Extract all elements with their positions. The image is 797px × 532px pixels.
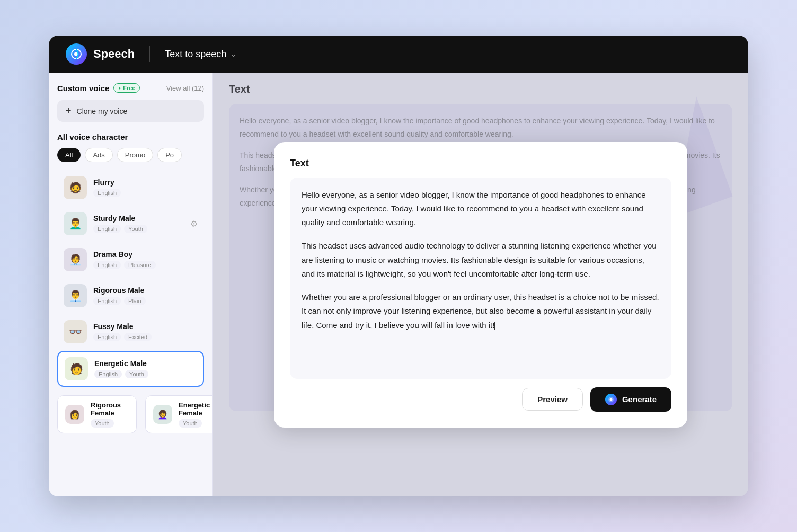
settings-icon[interactable]: ⚙ [190, 219, 198, 229]
right-panel: Text Hello everyone, as a senior video b… [213, 73, 748, 496]
voice-tags-fussy: English Excited [93, 333, 198, 341]
logo-area: Speech [66, 43, 135, 65]
all-voice-title: All voice character [57, 132, 204, 141]
voice-avatar-drama: 🧑‍💼 [64, 248, 87, 271]
voice-info-rigorous-m: Rigorous Male English Plain [93, 286, 198, 305]
voice-item-rigorous-female[interactable]: 👩 Rigorous Female Youth [57, 395, 137, 433]
voice-avatar-sturdy: 👨‍🦱 [64, 212, 87, 235]
voice-tag: Youth [125, 370, 148, 378]
voice-name-energetic-m: Energetic Male [94, 359, 197, 368]
voice-info-sturdy: Sturdy Male English Youth [93, 214, 184, 233]
app-logo-icon [66, 43, 87, 65]
voice-tag: English [93, 225, 121, 233]
modal-actions: Preview Generate [290, 387, 671, 412]
voice-name-rigorous-f: Rigorous Female [91, 401, 129, 417]
voice-info-flurry: Flurry English [93, 178, 198, 197]
voice-item-energetic-male[interactable]: 🧑 Energetic Male English Youth [57, 351, 204, 387]
header-divider [149, 46, 150, 62]
modal-text-area[interactable]: Hello everyone, as a senior video blogge… [290, 178, 671, 379]
filter-tags: All Ads Promo Po [57, 148, 204, 162]
voice-item-energetic-female[interactable]: 👩‍🦱 Energetic Female Youth [145, 395, 213, 433]
header-menu-label: Text to speech [165, 49, 226, 60]
voice-name-rigorous-m: Rigorous Male [93, 286, 198, 295]
modal-paragraph-3: Whether you are a professional blogger o… [302, 290, 660, 332]
plus-icon: + [66, 105, 72, 117]
modal-overlay: Text Hello everyone, as a senior video b… [213, 73, 748, 496]
voice-item-sturdy-male[interactable]: 👨‍🦱 Sturdy Male English Youth ⚙ [57, 207, 204, 241]
voice-tags-energetic-m: English Youth [94, 370, 197, 378]
voice-tag: English [93, 261, 121, 269]
voice-tag: Youth [124, 225, 147, 233]
voice-item-flurry[interactable]: 🧔 Flurry English [57, 171, 204, 205]
filter-ads[interactable]: Ads [85, 148, 112, 162]
main-content: Custom voice Free View all (12) + Clone … [49, 73, 748, 496]
voice-info-energetic-m: Energetic Male English Youth [94, 359, 197, 378]
voice-tag: Youth [91, 419, 114, 428]
free-badge: Free [113, 83, 140, 93]
voice-name-energetic-f: Energetic Female [179, 401, 213, 417]
voice-avatar-rigorous-f: 👩 [65, 405, 84, 424]
generate-button[interactable]: Generate [590, 387, 671, 412]
voice-avatar-energetic-m: 🧑 [65, 357, 88, 380]
voice-tag: Plain [124, 297, 145, 305]
view-all-link[interactable]: View all (12) [166, 84, 204, 92]
voice-info-drama: Drama Boy English Pleasure [93, 250, 198, 269]
filter-po[interactable]: Po [157, 148, 182, 162]
chevron-down-icon: ⌄ [231, 50, 237, 58]
sidebar: Custom voice Free View all (12) + Clone … [49, 73, 213, 496]
voice-name-flurry: Flurry [93, 178, 198, 187]
voice-avatar-fussy: 👓 [64, 320, 87, 343]
voice-tags-flurry: English [93, 189, 198, 197]
custom-voice-title: Custom voice Free [57, 83, 140, 93]
modal-title: Text [290, 158, 671, 169]
voice-tag: Pleasure [124, 261, 155, 269]
voice-name-fussy: Fussy Male [93, 322, 198, 331]
voice-info-rigorous-f: Rigorous Female Youth [91, 401, 129, 428]
header-menu[interactable]: Text to speech ⌄ [165, 49, 237, 60]
modal-paragraph-2: This headset uses advanced audio technol… [302, 239, 660, 281]
voice-item-drama-boy[interactable]: 🧑‍💼 Drama Boy English Pleasure [57, 243, 204, 277]
voice-tag: Youth [179, 419, 202, 428]
voice-avatar-rigorous-m: 👨‍💼 [64, 284, 87, 307]
app-window: Speech Text to speech ⌄ Custom voice Fre… [49, 36, 748, 496]
app-title: Speech [93, 47, 135, 61]
voice-avatar-flurry: 🧔 [64, 176, 87, 199]
voice-tag: English [94, 370, 122, 378]
voice-tags-rigorous-f: Youth [91, 419, 129, 428]
voice-item-fussy-male[interactable]: 👓 Fussy Male English Excited [57, 315, 204, 349]
clone-btn-label: Clone my voice [77, 107, 128, 116]
voice-tags-sturdy: English Youth [93, 225, 184, 233]
voice-tags-rigorous-m: English Plain [93, 297, 198, 305]
filter-promo[interactable]: Promo [117, 148, 153, 162]
header: Speech Text to speech ⌄ [49, 36, 748, 73]
modal-dialog: Text Hello everyone, as a senior video b… [274, 142, 687, 428]
generate-icon [605, 394, 617, 405]
voice-tag: English [93, 297, 121, 305]
voice-tag: Excited [124, 333, 152, 341]
voice-item-rigorous-male[interactable]: 👨‍💼 Rigorous Male English Plain [57, 279, 204, 313]
voice-info-fussy: Fussy Male English Excited [93, 322, 198, 341]
voice-tags-drama: English Pleasure [93, 261, 198, 269]
voice-avatar-energetic-f: 👩‍🦱 [153, 405, 172, 424]
bottom-voices: 👩 Rigorous Female Youth 👩‍🦱 Energetic Fe… [57, 391, 204, 438]
voice-info-energetic-f: Energetic Female Youth [179, 401, 213, 428]
custom-voice-header: Custom voice Free View all (12) [57, 83, 204, 93]
voice-tag: English [93, 333, 121, 341]
modal-paragraph-1: Hello everyone, as a senior video blogge… [302, 188, 660, 230]
clone-voice-button[interactable]: + Clone my voice [57, 100, 204, 122]
voice-tag: English [93, 189, 121, 197]
filter-all[interactable]: All [57, 148, 81, 162]
voice-name-sturdy: Sturdy Male [93, 214, 184, 223]
svg-point-3 [609, 398, 612, 401]
preview-button[interactable]: Preview [522, 388, 583, 411]
generate-btn-label: Generate [622, 395, 657, 404]
voice-tags-energetic-f: Youth [179, 419, 213, 428]
text-cursor [494, 322, 495, 330]
voice-name-drama: Drama Boy [93, 250, 198, 259]
